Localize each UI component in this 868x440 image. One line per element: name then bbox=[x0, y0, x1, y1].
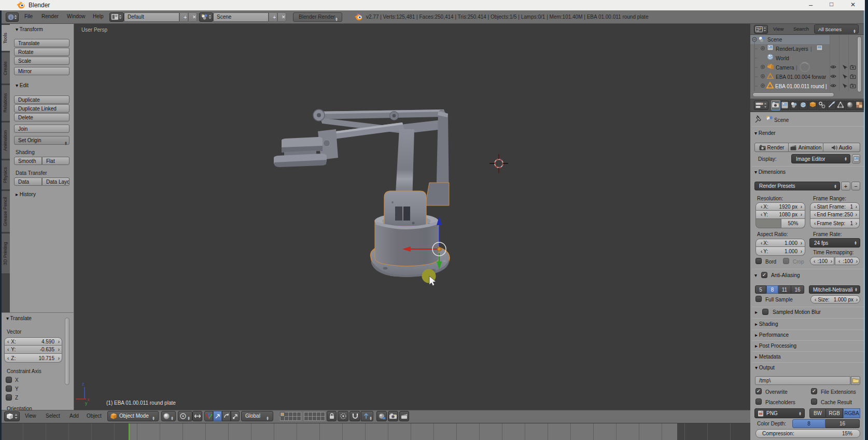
svg-text:|: | bbox=[796, 65, 797, 71]
svg-text:EBA 01.00.004 forwar: EBA 01.00.004 forwar bbox=[776, 74, 827, 80]
svg-text:z: z bbox=[82, 381, 85, 387]
svg-text:EBA 01.00.011 round |: EBA 01.00.011 round | bbox=[775, 84, 827, 89]
svg-text:Scene: Scene bbox=[767, 37, 782, 43]
svg-text:|: | bbox=[810, 46, 812, 52]
svg-text:x: x bbox=[87, 397, 90, 402]
svg-text:World: World bbox=[776, 56, 789, 61]
svg-text:y: y bbox=[85, 401, 88, 406]
svg-text:Camera: Camera bbox=[776, 65, 794, 71]
svg-text:RenderLayers: RenderLayers bbox=[776, 46, 808, 52]
